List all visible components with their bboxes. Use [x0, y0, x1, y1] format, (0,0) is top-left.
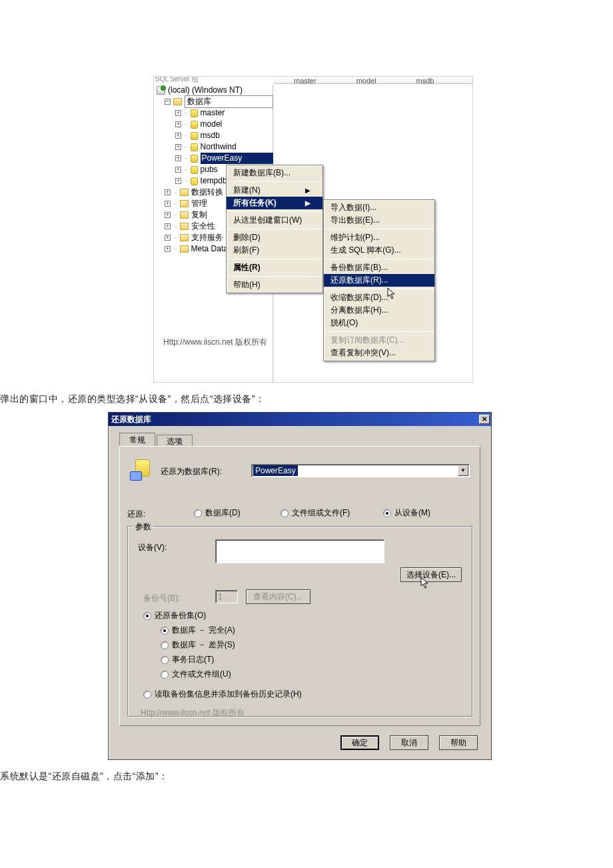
choose-device-button[interactable]: 选择设备(E)... — [400, 567, 462, 582]
menu-backup-database[interactable]: 备份数据库(B)... — [324, 261, 434, 274]
database-icon — [191, 121, 198, 129]
database-icon — [191, 177, 198, 185]
submenu-all-tasks[interactable]: 导入数据(I)... 导出数据(E)... 维护计划(P)... 生成 SQL … — [323, 199, 435, 361]
tab-strip: 常规 选项 — [119, 433, 192, 446]
expand-icon[interactable]: + — [175, 110, 181, 116]
node-label: (local) (Windows NT) — [168, 85, 273, 96]
folder-icon — [180, 189, 189, 196]
menu-new-database[interactable]: 新建数据库(B)... — [227, 167, 322, 179]
expand-icon[interactable]: + — [175, 167, 181, 173]
cut-label: SQL Server 组 — [155, 76, 199, 84]
node-label: Northwind — [201, 141, 273, 153]
expand-icon[interactable]: + — [165, 201, 171, 207]
server-icon — [157, 86, 165, 95]
folder-icon — [173, 98, 182, 105]
node-db-msdb[interactable]: +··msdb — [157, 130, 273, 141]
menu-new[interactable]: 新建(N)▶ — [227, 184, 322, 197]
restore-as-value: PowerEasy — [253, 465, 298, 476]
database-icon — [191, 155, 198, 163]
expand-icon[interactable]: + — [175, 155, 181, 161]
node-label: PowerEasy — [201, 153, 273, 164]
node-label: msdb — [201, 130, 273, 141]
node-db-northwind[interactable]: +··Northwind — [157, 141, 273, 153]
database-icon — [191, 132, 198, 140]
expand-icon[interactable]: + — [165, 223, 171, 229]
collapse-icon[interactable]: − — [165, 99, 171, 105]
expand-icon[interactable]: + — [175, 178, 181, 184]
restore-icon — [130, 459, 151, 481]
menu-all-tasks[interactable]: 所有任务(K)▶ — [227, 197, 322, 209]
close-button[interactable]: ✕ — [479, 415, 490, 424]
expand-icon[interactable]: + — [165, 189, 171, 195]
menu-generate-script[interactable]: 生成 SQL 脚本(G)... — [324, 244, 434, 257]
restore-as-combo[interactable]: PowerEasy ▼ — [251, 464, 470, 477]
radio-label: 数据库(D) — [205, 507, 241, 519]
expand-icon[interactable]: + — [175, 121, 181, 127]
restore-database-dialog-figure: 还原数据库 ✕ 常规 选项 还原为数据库(R): PowerEasy ▼ — [108, 412, 492, 760]
menu-separator — [228, 276, 321, 277]
radio-diff[interactable]: 数据库 － 差异(S) — [161, 639, 235, 651]
menu-offline[interactable]: 脱机(O) — [324, 317, 434, 329]
node-label: 数据库 — [185, 95, 273, 108]
menu-separator — [325, 259, 433, 259]
menu-separator — [228, 181, 321, 182]
node-databases[interactable]: − 数据库 — [157, 96, 273, 107]
menu-restore-database[interactable]: 还原数据库(R)... — [324, 274, 434, 287]
database-icon — [191, 109, 198, 117]
radio-filegroup[interactable]: 文件组或文件(F) — [281, 507, 350, 519]
menu-new-window[interactable]: 从这里创建窗口(W) — [227, 214, 322, 227]
expand-icon[interactable]: + — [165, 246, 171, 252]
backup-number-label: 备份号(B): — [143, 593, 180, 604]
cancel-button[interactable]: 取消 — [390, 735, 428, 750]
submenu-arrow-icon: ▶ — [305, 184, 310, 197]
tab-options[interactable]: 选项 — [157, 435, 193, 447]
node-label: model — [201, 119, 273, 130]
node-db-model[interactable]: +··model — [157, 119, 273, 130]
menu-separator — [228, 229, 321, 229]
menu-import-data[interactable]: 导入数据(I)... — [324, 201, 434, 214]
sql-enterprise-manager-crop: SQL Server 组 master model msdb n... (loc… — [153, 76, 473, 383]
menu-help[interactable]: 帮助(H) — [227, 279, 322, 291]
menu-separator — [325, 331, 433, 332]
expand-icon[interactable]: + — [175, 144, 181, 150]
radio-log[interactable]: 事务日志(T) — [161, 654, 214, 665]
menu-copy-subscription: 复制订阅数据库(C)... — [324, 334, 434, 347]
menu-export-data[interactable]: 导出数据(E)... — [324, 214, 434, 227]
radio-read-backup-info[interactable]: 读取备份集信息并添加到备份历史记录(H) — [143, 689, 302, 700]
expand-icon[interactable]: + — [165, 212, 171, 218]
node-db-master[interactable]: +··master — [157, 107, 273, 119]
expand-icon[interactable]: + — [175, 133, 181, 139]
dialog-titlebar[interactable]: 还原数据库 ✕ — [109, 413, 491, 426]
expand-icon[interactable]: + — [165, 235, 171, 241]
help-button[interactable]: 帮助 — [439, 735, 478, 750]
tab-general[interactable]: 常规 — [119, 433, 155, 446]
folder-icon — [180, 234, 189, 241]
device-label: 设备(V): — [138, 542, 167, 553]
menu-detach-database[interactable]: 分离数据库(H)... — [324, 304, 434, 317]
node-db-powereasy[interactable]: +··PowerEasy — [157, 153, 273, 164]
menu-delete[interactable]: 删除(D) — [227, 231, 322, 244]
radio-from-device[interactable]: 从设备(M) — [383, 507, 430, 519]
dropdown-icon[interactable]: ▼ — [458, 465, 468, 476]
menu-view-conflicts[interactable]: 查看复制冲突(V)... — [324, 347, 434, 359]
radio-restore-backup-set[interactable]: 还原备份集(O) — [143, 610, 206, 621]
menu-maintenance-plan[interactable]: 维护计划(P)... — [324, 231, 434, 244]
radio-label: 还原备份集(O) — [155, 610, 206, 621]
radio-label: 数据库 － 差异(S) — [172, 639, 235, 651]
menu-refresh[interactable]: 刷新(F) — [227, 244, 322, 257]
listview-columns: master model msdb n... — [274, 77, 472, 84]
radio-database[interactable]: 数据库(D) — [194, 507, 241, 519]
dialog-title: 还原数据库 — [111, 414, 151, 425]
watermark: Http://www.iiscn.net 版权所有 — [141, 707, 245, 719]
radio-full[interactable]: 数据库 － 完全(A) — [161, 625, 235, 636]
ok-button[interactable]: 确定 — [340, 735, 379, 750]
menu-properties[interactable]: 属性(R) — [227, 261, 322, 274]
menu-shrink-database[interactable]: 收缩数据库(D)... — [324, 291, 434, 304]
instruction-text-1: 弹出的窗口中，还原的类型选择“从设备”，然后点“选择设备”： — [0, 393, 613, 405]
context-menu[interactable]: 新建数据库(B)... 新建(N)▶ 所有任务(K)▶ 从这里创建窗口(W) 删… — [226, 165, 323, 293]
node-server[interactable]: (local) (Windows NT) — [157, 85, 273, 96]
radio-filegroup-set[interactable]: 文件或文件组(U) — [161, 669, 231, 680]
folder-icon — [180, 245, 189, 253]
database-icon — [191, 166, 198, 174]
device-textbox[interactable] — [215, 539, 384, 563]
